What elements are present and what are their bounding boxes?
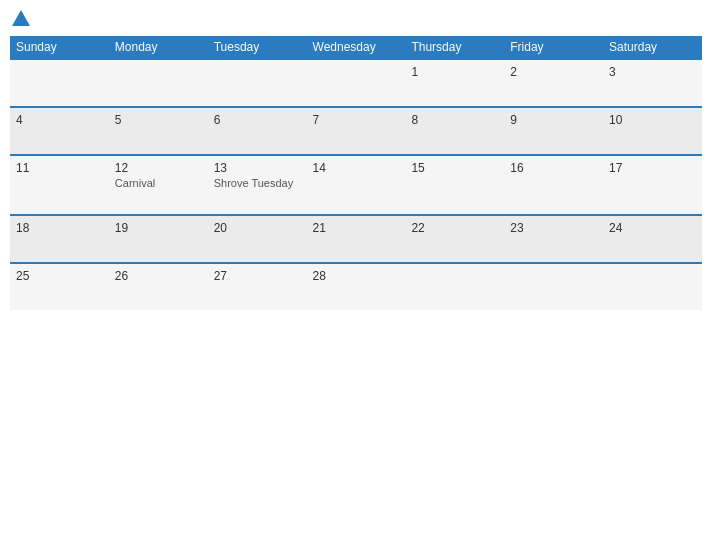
calendar-cell: 28 [307, 263, 406, 310]
calendar-container: SundayMondayTuesdayWednesdayThursdayFrid… [0, 0, 712, 550]
day-number: 13 [214, 161, 301, 175]
day-number: 12 [115, 161, 202, 175]
calendar-cell: 13Shrove Tuesday [208, 155, 307, 215]
calendar-cell: 5 [109, 107, 208, 155]
calendar-cell: 10 [603, 107, 702, 155]
calendar-cell: 25 [10, 263, 109, 310]
calendar-cell: 24 [603, 215, 702, 263]
calendar-cell [405, 263, 504, 310]
calendar-cell: 20 [208, 215, 307, 263]
calendar-cell: 12Carnival [109, 155, 208, 215]
day-number: 1 [411, 65, 498, 79]
day-number: 19 [115, 221, 202, 235]
day-number: 9 [510, 113, 597, 127]
calendar-cell [603, 263, 702, 310]
day-number: 21 [313, 221, 400, 235]
day-number: 24 [609, 221, 696, 235]
day-number: 11 [16, 161, 103, 175]
calendar-cell: 9 [504, 107, 603, 155]
event-label: Shrove Tuesday [214, 177, 301, 189]
weekday-header: Saturday [603, 36, 702, 59]
calendar-cell: 4 [10, 107, 109, 155]
day-number: 23 [510, 221, 597, 235]
calendar-cell: 3 [603, 59, 702, 107]
day-number: 4 [16, 113, 103, 127]
day-number: 14 [313, 161, 400, 175]
calendar-week-row: 1112Carnival13Shrove Tuesday14151617 [10, 155, 702, 215]
day-number: 28 [313, 269, 400, 283]
calendar-cell [10, 59, 109, 107]
calendar-cell [109, 59, 208, 107]
event-label: Carnival [115, 177, 202, 189]
calendar-cell: 27 [208, 263, 307, 310]
calendar-cell: 23 [504, 215, 603, 263]
weekday-header: Friday [504, 36, 603, 59]
calendar-cell: 14 [307, 155, 406, 215]
weekday-header: Sunday [10, 36, 109, 59]
weekday-header-row: SundayMondayTuesdayWednesdayThursdayFrid… [10, 36, 702, 59]
day-number: 22 [411, 221, 498, 235]
calendar-cell: 6 [208, 107, 307, 155]
day-number: 7 [313, 113, 400, 127]
day-number: 15 [411, 161, 498, 175]
calendar-week-row: 18192021222324 [10, 215, 702, 263]
calendar-cell [307, 59, 406, 107]
calendar-cell: 16 [504, 155, 603, 215]
day-number: 26 [115, 269, 202, 283]
calendar-cell: 11 [10, 155, 109, 215]
calendar-cell: 21 [307, 215, 406, 263]
day-number: 8 [411, 113, 498, 127]
calendar-cell [208, 59, 307, 107]
calendar-cell: 7 [307, 107, 406, 155]
day-number: 17 [609, 161, 696, 175]
calendar-cell: 2 [504, 59, 603, 107]
weekday-header: Monday [109, 36, 208, 59]
weekday-header: Tuesday [208, 36, 307, 59]
day-number: 16 [510, 161, 597, 175]
logo-triangle-icon [12, 10, 30, 26]
calendar-table: SundayMondayTuesdayWednesdayThursdayFrid… [10, 36, 702, 310]
calendar-week-row: 25262728 [10, 263, 702, 310]
day-number: 6 [214, 113, 301, 127]
day-number: 25 [16, 269, 103, 283]
calendar-cell: 17 [603, 155, 702, 215]
header [10, 10, 702, 28]
day-number: 10 [609, 113, 696, 127]
calendar-week-row: 123 [10, 59, 702, 107]
calendar-week-row: 45678910 [10, 107, 702, 155]
day-number: 5 [115, 113, 202, 127]
day-number: 3 [609, 65, 696, 79]
calendar-cell: 8 [405, 107, 504, 155]
calendar-cell [504, 263, 603, 310]
day-number: 2 [510, 65, 597, 79]
day-number: 18 [16, 221, 103, 235]
calendar-cell: 26 [109, 263, 208, 310]
weekday-header: Thursday [405, 36, 504, 59]
calendar-cell: 15 [405, 155, 504, 215]
calendar-cell: 19 [109, 215, 208, 263]
calendar-cell: 1 [405, 59, 504, 107]
weekday-header: Wednesday [307, 36, 406, 59]
logo [10, 10, 30, 28]
calendar-cell: 18 [10, 215, 109, 263]
day-number: 20 [214, 221, 301, 235]
day-number: 27 [214, 269, 301, 283]
calendar-cell: 22 [405, 215, 504, 263]
